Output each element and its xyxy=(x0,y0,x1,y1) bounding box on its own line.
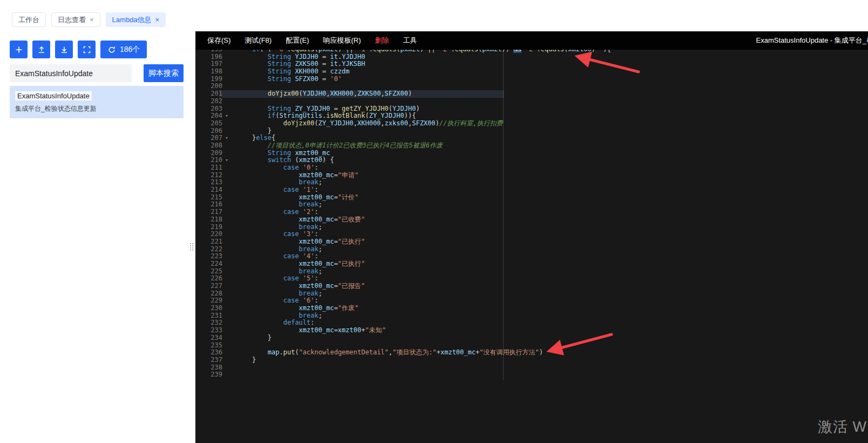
code-line-230[interactable]: 230 xmzt00_mc="作废" xyxy=(195,305,868,312)
code-text: case '6': xyxy=(231,297,318,305)
response-template-button[interactable]: 响应模板(R) xyxy=(323,36,361,45)
line-number: 224 xyxy=(195,260,222,268)
code-line-217[interactable]: 217 case '2': xyxy=(195,209,868,216)
code-text: xmzt00_mc="已执行" xyxy=(231,238,365,246)
config-button[interactable]: 配置(E) xyxy=(286,36,309,45)
tab-lambda-info[interactable]: Lambda信息 × xyxy=(106,12,166,27)
download-icon xyxy=(60,45,69,54)
code-text: xmzt00_mc="作废" xyxy=(231,305,358,312)
line-number: 225 xyxy=(195,268,222,276)
code-line-212[interactable]: 212 xmzt00_mc="申请" xyxy=(195,172,868,179)
code-line-215[interactable]: 215 xmzt00_mc="计价" xyxy=(195,194,868,202)
fullscreen-button[interactable] xyxy=(78,41,96,58)
code-line-220[interactable]: 220 case '3': xyxy=(195,231,868,238)
fold-spacer xyxy=(222,342,231,350)
code-line-202[interactable]: 202 xyxy=(195,98,868,105)
tab-workbench[interactable]: 工作台 xyxy=(12,12,46,27)
script-search-button[interactable]: 脚本搜索 xyxy=(144,64,184,82)
code-text: xmzt00_mc=xmzt00+"未知" xyxy=(231,327,386,334)
fullscreen-icon xyxy=(83,45,91,54)
code-text: String xmzt00_mc xyxy=(231,150,330,157)
code-line-198[interactable]: 198 String XKH000 = czzdm xyxy=(195,68,868,76)
code-line-232[interactable]: 232 default: xyxy=(195,319,868,327)
fold-spacer xyxy=(222,179,231,186)
code-line-196[interactable]: 196 String YJDJH0 = it.YJDJH0 xyxy=(195,53,868,61)
fold-spacer xyxy=(222,216,231,224)
fold-chevron-icon[interactable]: ▾ xyxy=(222,157,231,164)
code-line-231[interactable]: 231 break; xyxy=(195,312,868,320)
refresh-icon xyxy=(107,45,116,54)
tab-log-view[interactable]: 日志查看 × xyxy=(51,12,100,27)
code-line-224[interactable]: 224 xmzt00_mc="已执行" xyxy=(195,260,868,268)
search-input[interactable] xyxy=(10,64,132,82)
code-line-237[interactable]: 237 } xyxy=(195,357,868,364)
line-number: 231 xyxy=(195,312,222,320)
code-line-216[interactable]: 216 break; xyxy=(195,201,868,209)
code-line-221[interactable]: 221 xmzt00_mc="已执行" xyxy=(195,238,868,246)
code-line-204[interactable]: 204▾ if(StringUtils.isNotBlank(ZY_YJDJH0… xyxy=(195,112,868,120)
code-line-228[interactable]: 228 break; xyxy=(195,290,868,298)
code-line-207[interactable]: 207▾ }else{ xyxy=(195,135,868,142)
code-line-235[interactable]: 235 xyxy=(195,342,868,350)
line-number: 223 xyxy=(195,253,222,260)
line-number: 210 xyxy=(195,157,222,164)
code-line-226[interactable]: 226 case '5': xyxy=(195,275,868,283)
tools-button[interactable]: 工具 xyxy=(403,36,417,45)
upload-button[interactable] xyxy=(32,41,50,58)
line-number: 221 xyxy=(195,238,222,246)
save-button[interactable]: 保存(S) xyxy=(207,36,230,45)
add-button[interactable] xyxy=(10,41,28,58)
code-line-208[interactable]: 208 //项目状态,0申请1计价2已收费3已执行4已报告5被退6作废 xyxy=(195,142,868,150)
code-text: }else{ xyxy=(231,135,275,142)
code-line-209[interactable]: 209 String xmzt00_mc xyxy=(195,150,868,157)
tab-label: Lambda信息 xyxy=(112,15,152,25)
code-text: xmzt00_mc="已收费" xyxy=(231,216,365,224)
code-line-238[interactable]: 238 xyxy=(195,364,868,372)
code-line-199[interactable]: 199 String SFZX00 = '0' xyxy=(195,76,868,83)
code-line-225[interactable]: 225 break; xyxy=(195,268,868,276)
code-line-222[interactable]: 222 break; xyxy=(195,246,868,253)
search-row: 脚本搜索 xyxy=(10,64,184,82)
code-line-201[interactable]: 201 doYjzx00(YJDJH0,XKH000,ZXKS00,SFZX00… xyxy=(195,90,868,98)
code-line-197[interactable]: 197 String ZXKS00 = it.YJKSBH xyxy=(195,61,868,68)
code-line-205[interactable]: 205 doYjzx00(ZY_YJDJH0,XKH000,zxks00,SFZ… xyxy=(195,120,868,127)
refresh-count-button[interactable]: 186个 xyxy=(100,41,147,58)
code-editor[interactable]: 195 if( ( '0'.equals(pxmzt) || '1'.equal… xyxy=(195,50,868,443)
code-text: doYjzx00(ZY_YJDJH0,XKH000,zxks00,SFZX00)… xyxy=(231,120,503,127)
code-line-203[interactable]: 203 String ZY_YJDJH0 = getZY_YJDJH0(YJDJ… xyxy=(195,105,868,113)
code-line-210[interactable]: 210▾ switch (xmzt00) { xyxy=(195,157,868,164)
code-line-213[interactable]: 213 break; xyxy=(195,179,868,186)
line-number: 211 xyxy=(195,164,222,172)
fold-spacer xyxy=(222,246,231,253)
line-number: 238 xyxy=(195,364,222,372)
code-line-206[interactable]: 206 } xyxy=(195,127,868,135)
code-line-219[interactable]: 219 break; xyxy=(195,224,868,231)
code-line-227[interactable]: 227 xmzt00_mc="已报告" xyxy=(195,283,868,290)
code-line-233[interactable]: 233 xmzt00_mc=xmzt00+"未知" xyxy=(195,327,868,334)
fold-chevron-icon[interactable]: ▾ xyxy=(222,112,231,120)
fold-spacer xyxy=(222,127,231,135)
line-number: 209 xyxy=(195,150,222,157)
close-icon[interactable]: × xyxy=(90,16,94,23)
test-button[interactable]: 测试(F8) xyxy=(245,36,272,45)
code-line-200[interactable]: 200 xyxy=(195,83,868,90)
code-line-239[interactable]: 239 xyxy=(195,371,868,379)
fold-chevron-icon[interactable]: ▾ xyxy=(222,135,231,142)
code-line-218[interactable]: 218 xmzt00_mc="已收费" xyxy=(195,216,868,224)
code-line-223[interactable]: 223 case '4': xyxy=(195,253,868,260)
code-line-234[interactable]: 234 } xyxy=(195,334,868,342)
code-line-214[interactable]: 214 case '1': xyxy=(195,186,868,194)
delete-button[interactable]: 删除 xyxy=(375,36,389,45)
line-number: 206 xyxy=(195,127,222,135)
code-line-236[interactable]: 236 map.put("acknowledgementDetail","项目状… xyxy=(195,349,868,357)
close-icon[interactable]: × xyxy=(155,16,160,23)
plus-icon xyxy=(15,45,23,54)
fold-spacer xyxy=(222,83,231,90)
line-number: 239 xyxy=(195,371,222,379)
script-list-item-selected[interactable]: ExamStatusInfoUpdate 集成平台_检验状态信息更新 xyxy=(10,86,184,118)
code-line-211[interactable]: 211 case '0': xyxy=(195,164,868,172)
line-number: 222 xyxy=(195,246,222,253)
splitter-grip-icon[interactable] xyxy=(190,243,195,254)
code-line-229[interactable]: 229 case '6': xyxy=(195,297,868,305)
download-button[interactable] xyxy=(55,41,73,58)
